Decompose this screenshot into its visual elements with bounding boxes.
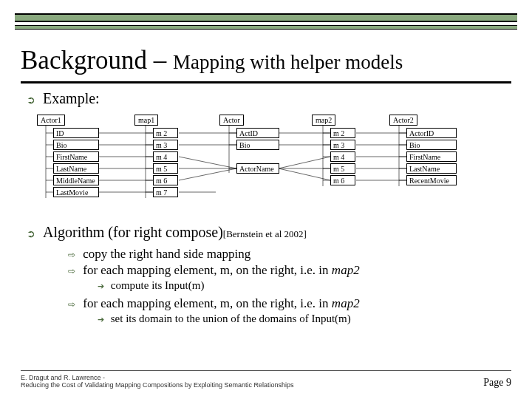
actor1-field: LastName xyxy=(53,163,99,174)
slide-footer: E. Dragut and R. Lawrence - Reducing the… xyxy=(21,370,511,389)
actor-field: ActorName xyxy=(236,163,279,174)
title-sub: Mapping with helper models xyxy=(173,51,403,73)
actor1-field: Bio xyxy=(53,140,99,150)
map2-item: m 5 xyxy=(330,163,355,174)
map1-item: m 4 xyxy=(153,151,178,162)
page-number: Page 9 xyxy=(483,377,511,389)
actor-field: ActID xyxy=(236,128,279,138)
subsub-arrow-icon: ➔ xyxy=(98,315,108,324)
actor1-field: ID xyxy=(53,128,99,138)
actor2-field: LastName xyxy=(406,163,457,174)
decorative-header-bars xyxy=(15,13,517,34)
subsub-arrow-icon: ➔ xyxy=(98,282,108,291)
map1-item: m 3 xyxy=(153,140,178,150)
actor1-field: LastMovie xyxy=(53,187,99,197)
map1-item: m 2 xyxy=(153,128,178,138)
algo-substep: ➔ compute its Input(m) xyxy=(98,279,511,292)
sub-arrow-icon: ⇨ xyxy=(68,250,80,260)
map2-item: m 3 xyxy=(330,140,355,150)
actor2-field: ActorID xyxy=(406,128,457,138)
algo-substep: ➔ set its domain to the union of the dom… xyxy=(98,313,511,325)
algorithm-steps: ⇨ copy the right hand side mapping ⇨ for… xyxy=(68,247,511,325)
map1-item: m 5 xyxy=(153,163,178,174)
actor-header: Actor xyxy=(219,115,244,126)
actor2-field: RecentMovie xyxy=(406,175,457,185)
svg-line-44 xyxy=(279,157,330,168)
svg-line-40 xyxy=(179,168,236,180)
actor1-field: FirstName xyxy=(53,151,99,162)
actor2-field: Bio xyxy=(406,140,457,150)
svg-line-38 xyxy=(179,157,236,168)
algorithm-heading: ➲ Algorithm (for right compose)[Bernstei… xyxy=(27,224,511,241)
map2-header: map2 xyxy=(312,115,335,126)
sub-arrow-icon: ⇨ xyxy=(68,266,80,276)
algo-step: ⇨ for each mapping element, m, on the ri… xyxy=(68,296,511,311)
footer-citation: E. Dragut and R. Lawrence - Reducing the… xyxy=(21,374,294,389)
bullet-arrow-icon: ➲ xyxy=(27,228,35,239)
actor2-field: FirstName xyxy=(406,151,457,162)
map2-item: m 6 xyxy=(330,175,355,185)
svg-line-46 xyxy=(279,168,330,180)
schema-mapping-diagram: Actor1 ID Bio FirstName LastName MiddleN… xyxy=(24,115,497,211)
actor1-header: Actor1 xyxy=(37,115,65,126)
map1-header: map1 xyxy=(134,115,158,126)
algo-step: ⇨ copy the right hand side mapping xyxy=(68,247,511,262)
actor1-field: MiddleName xyxy=(53,175,99,185)
actor2-header: Actor2 xyxy=(389,115,417,126)
slide-title: Background – Mapping with helper models xyxy=(21,46,511,83)
map1-item: m 7 xyxy=(153,187,178,197)
actor-field: Bio xyxy=(236,140,279,150)
map1-item: m 6 xyxy=(153,175,178,185)
bullet-arrow-icon: ➲ xyxy=(27,94,35,106)
map2-item: m 2 xyxy=(330,128,355,138)
sub-arrow-icon: ⇨ xyxy=(68,299,80,310)
map2-item: m 4 xyxy=(330,151,355,162)
slide-body: ➲ Example: xyxy=(27,90,511,330)
title-sep: – xyxy=(147,46,173,75)
example-heading: ➲ Example: xyxy=(27,90,511,107)
algo-step: ⇨ for each mapping element, m, on the ri… xyxy=(68,263,511,278)
title-main: Background xyxy=(21,46,147,75)
